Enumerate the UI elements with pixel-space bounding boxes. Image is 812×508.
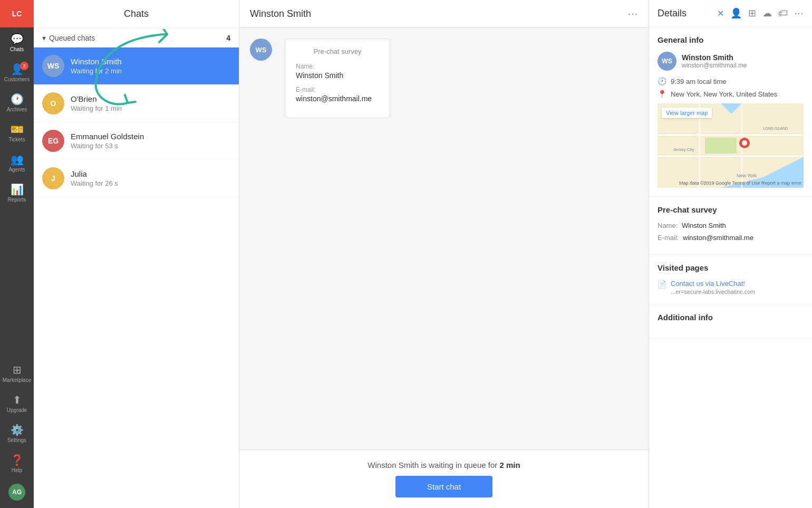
queued-count: 4 [226, 34, 230, 42]
user-avatar: AG [8, 484, 25, 501]
additional-info-title: Additional info [658, 313, 804, 322]
view-larger-map[interactable]: View larger map [662, 108, 712, 118]
pre-chat-survey-section: Pre-chat survey Name: Winston Smith E-ma… [649, 197, 812, 255]
sidebar-item-upgrade[interactable]: ⬆ Upgrade [0, 388, 34, 418]
pre-chat-email-label: E-mail: [296, 86, 379, 93]
queue-item-1-info: O'Brien Waiting for 1 min [71, 94, 122, 112]
chat-body-avatar: WS [250, 39, 272, 61]
queue-item-1-status: Waiting for 1 min [71, 104, 122, 112]
chats-panel: Chats ▾ Queued chats 4 WS Winston Smith … [34, 0, 239, 508]
map-placeholder: Jersey City New York LONG ISLAND View la… [658, 103, 804, 188]
queue-item-3-status: Waiting for 26 s [71, 179, 118, 187]
avatar-o: O [42, 92, 64, 114]
main-chat: Winston Smith ⋯ WS Pre-chat survey Name:… [239, 0, 649, 508]
sidebar-label-upgrade: Upgrade [7, 407, 27, 413]
pre-chat-name-label: Name: [296, 63, 379, 70]
reports-icon: 📊 [11, 183, 24, 196]
queue-item-2-name: Emmanuel Goldstein [71, 132, 144, 141]
queue-item-2-info: Emmanuel Goldstein Waiting for 53 s [71, 132, 144, 150]
waiting-duration: 2 min [499, 461, 520, 469]
queue-item-1-name: O'Brien [71, 94, 122, 103]
details-user-info: Winston Smith winston@smithmail.me [682, 53, 747, 69]
avatar-eg: EG [42, 130, 64, 152]
chat-footer: Winston Smith is waiting in queue for 2 … [239, 449, 649, 508]
sidebar-label-settings: Settings [7, 437, 26, 443]
archives-icon: 🕐 [11, 93, 24, 106]
location-row: 📍 New York, New York, United States [658, 90, 804, 98]
svg-rect-7 [705, 138, 737, 154]
details-user-name: Winston Smith [682, 53, 747, 62]
chats-panel-title: Chats [124, 8, 149, 19]
close-icon[interactable]: ✕ [717, 8, 724, 18]
sidebar-label-agents: Agents [8, 167, 25, 172]
sidebar-label-archives: Archives [7, 107, 27, 112]
svg-point-9 [742, 140, 747, 146]
chats-icon: 💬 [11, 33, 24, 45]
svg-text:LONG ISLAND: LONG ISLAND [763, 127, 788, 130]
chat-body: WS Pre-chat survey Name: Winston Smith E… [239, 28, 649, 449]
sidebar-item-settings[interactable]: ⚙️ Settings [0, 418, 34, 448]
pcd-email-value: winston@smithmail.me [683, 234, 753, 242]
local-time-value: 9:39 am local time [671, 78, 727, 85]
sidebar-item-archives[interactable]: 🕐 Archives [0, 88, 34, 118]
queue-item-3[interactable]: J Julia Waiting for 26 s [34, 160, 239, 197]
pre-chat-card: Pre-chat survey Name: Winston Smith E-ma… [285, 39, 390, 118]
sidebar-label-help: Help [12, 467, 23, 473]
sidebar-label-reports: Reports [7, 197, 26, 203]
map-background: Jersey City New York LONG ISLAND View la… [658, 103, 804, 188]
page-link[interactable]: Contact us via LiveChat! [671, 280, 755, 287]
visited-pages-section: Visited pages 📄 Contact us via LiveChat!… [649, 255, 812, 304]
sidebar-label-marketplace: Marketplace [3, 377, 31, 383]
sidebar-label-customers: Customers [4, 76, 30, 82]
queue-item-1[interactable]: O O'Brien Waiting for 1 min [34, 85, 239, 122]
queue-item-0[interactable]: WS Winston Smith Waiting for 2 min [34, 47, 239, 85]
general-info-user: WS Winston Smith winston@smithmail.me [658, 52, 804, 71]
sidebar-user-avatar[interactable]: AG [0, 478, 34, 508]
person-icon[interactable]: 👤 [730, 7, 742, 19]
customers-badge: 3 [20, 62, 28, 70]
queue-item-3-info: Julia Waiting for 26 s [71, 169, 118, 187]
pre-chat-survey-title: Pre-chat survey [658, 205, 804, 214]
queued-section-label: Queued chats [49, 34, 95, 42]
sidebar-item-chats[interactable]: 💬 Chats [0, 27, 34, 57]
start-chat-button[interactable]: Start chat [395, 476, 492, 497]
tickets-icon: 🎫 [11, 123, 24, 136]
queued-section-header[interactable]: ▾ Queued chats 4 [34, 28, 239, 47]
sidebar-item-marketplace[interactable]: ⊞ Marketplace [0, 358, 34, 388]
help-icon: ❓ [11, 454, 24, 466]
details-avatar: WS [658, 52, 676, 71]
local-time-row: 🕐 9:39 am local time [658, 77, 804, 85]
marketplace-icon: ⊞ [13, 363, 22, 376]
general-info-section: General info WS Winston Smith winston@sm… [649, 27, 812, 197]
sidebar: LC 💬 Chats 👤 Customers 3 🕐 Archives 🎫 Ti… [0, 0, 34, 508]
chevron-down-icon: ▾ [42, 34, 46, 42]
pcd-name-value: Winston Smith [682, 222, 726, 229]
tag-icon[interactable]: 🏷 [778, 8, 788, 19]
chat-header-title: Winston Smith [250, 8, 311, 20]
additional-info-section: Additional info [649, 304, 812, 338]
pre-chat-detail-email-row: E-mail: winston@smithmail.me [658, 234, 804, 242]
visited-pages-title: Visited pages [658, 263, 804, 272]
sidebar-item-reports[interactable]: 📊 Reports [0, 178, 34, 208]
map-caption: Map data ©2019 Google Terms of Use Repor… [679, 180, 801, 186]
pcd-email-label: E-mail: [658, 234, 679, 242]
upgrade-icon: ⬆ [13, 394, 22, 406]
details-header-icons: ✕ 👤 ⊞ ☁ 🏷 ⋯ [717, 7, 804, 19]
queue-item-0-info: Winston Smith Waiting for 2 min [71, 57, 122, 75]
sidebar-item-customers[interactable]: 👤 Customers 3 [0, 57, 34, 88]
sidebar-label-chats: Chats [10, 46, 24, 52]
waiting-message: Winston Smith is waiting in queue for 2 … [368, 461, 520, 469]
more-icon[interactable]: ⋯ [794, 7, 804, 19]
sidebar-item-tickets[interactable]: 🎫 Tickets [0, 118, 34, 148]
cloud-icon[interactable]: ☁ [762, 7, 772, 19]
details-title: Details [658, 8, 687, 19]
clock-icon: 🕐 [658, 77, 666, 85]
details-panel: Details ✕ 👤 ⊞ ☁ 🏷 ⋯ General info WS Wins… [649, 0, 812, 508]
details-user-email: winston@smithmail.me [682, 62, 747, 69]
grid-icon[interactable]: ⊞ [748, 7, 756, 19]
queue-item-2[interactable]: EG Emmanuel Goldstein Waiting for 53 s [34, 122, 239, 160]
sidebar-item-agents[interactable]: 👥 Agents [0, 148, 34, 178]
chats-panel-header: Chats [34, 0, 239, 28]
sidebar-item-help[interactable]: ❓ Help [0, 448, 34, 478]
chat-more-icon[interactable]: ⋯ [627, 7, 638, 20]
